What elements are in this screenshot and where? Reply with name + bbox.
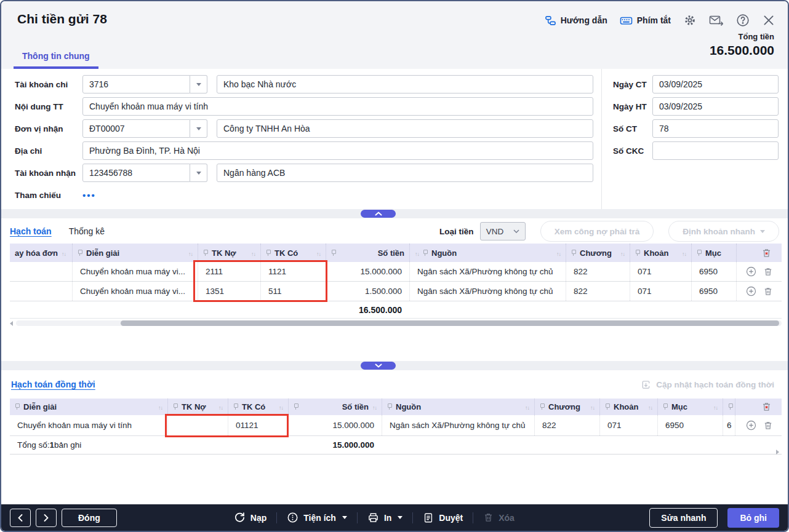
quick-edit-button[interactable]: Sửa nhanh	[649, 508, 718, 528]
sort-icon	[218, 402, 223, 411]
cell-section: 071	[630, 262, 691, 281]
plus-circle-icon[interactable]	[746, 286, 756, 296]
form-right-pane: Ngày CT Ngày HT Số CT Số CKC	[601, 69, 789, 209]
pin-icon	[423, 250, 428, 256]
col-source[interactable]: Nguồn	[409, 244, 566, 262]
cell-amount: 15.000.000	[326, 262, 409, 281]
doc-date-input[interactable]	[652, 75, 779, 93]
info-circle-icon	[287, 512, 298, 523]
col-amount[interactable]: Số tiền	[326, 244, 409, 262]
reference-more-button[interactable]: •••	[82, 190, 96, 200]
collapse-band-top	[1, 209, 788, 218]
post-date-label: Ngày HT	[613, 102, 652, 111]
col-debit[interactable]: TK Nợ	[167, 399, 228, 415]
reference-label: Tham chiếu	[15, 191, 82, 200]
update-simultaneous-button[interactable]: Cập nhật hạch toán đồng thời	[641, 379, 774, 390]
trash-icon[interactable]	[763, 287, 773, 296]
chevron-left-icon	[18, 514, 23, 522]
receive-account-name-input[interactable]	[217, 164, 593, 182]
reload-button[interactable]: Nạp	[234, 512, 266, 523]
simultaneous-header: Hạch toán đồng thời Cập nhật hạch toán đ…	[1, 370, 788, 399]
address-input[interactable]	[82, 141, 593, 160]
utilities-button[interactable]: Tiện ích	[287, 512, 347, 523]
tab-hach-toan[interactable]: Hạch toán	[10, 226, 52, 236]
payment-content-input[interactable]	[82, 97, 593, 116]
col-chapter[interactable]: Chương	[534, 399, 599, 415]
trash-x-icon[interactable]	[761, 402, 772, 412]
tab-thong-ke[interactable]: Thống kê	[69, 226, 105, 236]
cancel-post-button[interactable]: Bỏ ghi	[727, 508, 779, 528]
table-row[interactable]: Chuyển khoản mua máy vi... 2111 1121 15.…	[10, 262, 782, 282]
shortcut-link[interactable]: Phím tắt	[620, 15, 671, 26]
receiver-name-input[interactable]	[217, 119, 593, 138]
delete-button[interactable]: Xóa	[483, 512, 515, 523]
close-button[interactable]: Đóng	[62, 509, 117, 527]
trash-icon[interactable]	[763, 267, 773, 277]
col-item[interactable]: Mục	[657, 399, 723, 415]
cell-section: 071	[630, 282, 691, 301]
col-section[interactable]: Khoản	[599, 399, 657, 415]
plus-circle-icon[interactable]	[746, 420, 756, 431]
plus-circle-icon[interactable]	[746, 266, 756, 277]
doc-no-input[interactable]	[652, 119, 779, 138]
col-invoice-date[interactable]: ay hóa đơn	[10, 244, 72, 262]
caret-down-icon	[342, 516, 347, 519]
quick-entry-button[interactable]: Định khoản nhanh	[668, 221, 779, 242]
post-date-input[interactable]	[652, 97, 779, 116]
trash-x-icon[interactable]	[761, 248, 772, 258]
close-icon[interactable]	[762, 14, 775, 27]
col-debit[interactable]: TK Nợ	[198, 244, 260, 262]
pay-account-input[interactable]	[82, 75, 190, 93]
collapse-band-bottom	[1, 361, 788, 370]
cell-credit: 01121	[228, 415, 288, 435]
col-item[interactable]: Mục	[691, 244, 736, 262]
receiver-unit-input[interactable]	[82, 119, 190, 138]
sort-icon	[648, 402, 652, 411]
tab-thong-tin-chung[interactable]: Thông tin chung	[14, 51, 98, 69]
help-icon[interactable]	[736, 14, 750, 27]
print-button[interactable]: In	[367, 512, 403, 523]
receiver-unit-dropdown-button[interactable]	[190, 119, 207, 138]
doc-date-label: Ngày CT	[613, 80, 652, 89]
col-chapter[interactable]: Chương	[566, 244, 630, 262]
pin-icon	[294, 403, 298, 410]
col-credit[interactable]: TK Có	[260, 244, 326, 262]
sort-icon	[251, 248, 255, 258]
collapse-up-button[interactable]	[361, 210, 396, 218]
pay-account-dropdown-button[interactable]	[190, 75, 207, 93]
pay-account-name-input[interactable]	[217, 75, 593, 93]
prev-button[interactable]	[10, 509, 31, 527]
simultaneous-link[interactable]: Hạch toán đồng thời	[11, 379, 95, 389]
scrollbar-track[interactable]	[16, 320, 782, 326]
receive-account-input[interactable]	[82, 164, 190, 182]
table-row[interactable]: Chuyển khoản mua máy vi tính 01121 15.00…	[10, 415, 782, 436]
col-description[interactable]: Diễn giải	[72, 244, 198, 262]
view-debt-button[interactable]: Xem công nợ phải trả	[540, 221, 654, 242]
col-description[interactable]: Diễn giải	[10, 399, 167, 415]
ckc-no-input[interactable]	[652, 141, 779, 160]
col-amount[interactable]: Số tiền	[288, 399, 382, 415]
cell-invoice-date	[10, 282, 72, 301]
pin-icon	[540, 403, 545, 410]
collapse-down-button[interactable]	[361, 362, 396, 370]
simultaneous-total: 15.000.000	[288, 436, 382, 454]
col-credit[interactable]: TK Có	[228, 399, 288, 415]
col-section[interactable]: Khoản	[630, 244, 691, 262]
next-button[interactable]	[36, 509, 57, 527]
mail-send-icon[interactable]	[709, 14, 724, 27]
table-row[interactable]: Chuyển khoản mua máy vi... 1351 511 1.50…	[10, 282, 782, 301]
approve-button[interactable]: Duyệt	[423, 512, 463, 523]
col-source[interactable]: Nguồn	[382, 399, 534, 415]
scroll-left-arrow-icon[interactable]	[10, 321, 13, 326]
scroll-right-arrow-icon[interactable]	[776, 450, 779, 455]
receive-account-dropdown-button[interactable]	[190, 164, 207, 182]
cell-credit: 511	[260, 282, 326, 301]
guide-link[interactable]: Hướng dẫn	[545, 15, 607, 26]
gear-icon[interactable]	[683, 14, 697, 27]
scrollbar-thumb[interactable]	[121, 320, 779, 326]
cell-clipped: 6	[723, 415, 735, 435]
trash-icon[interactable]	[763, 421, 773, 431]
cell-amount: 15.000.000	[288, 415, 382, 435]
currency-select[interactable]: VND	[480, 222, 526, 240]
page-title: Chi tiền gửi 78	[17, 12, 107, 26]
